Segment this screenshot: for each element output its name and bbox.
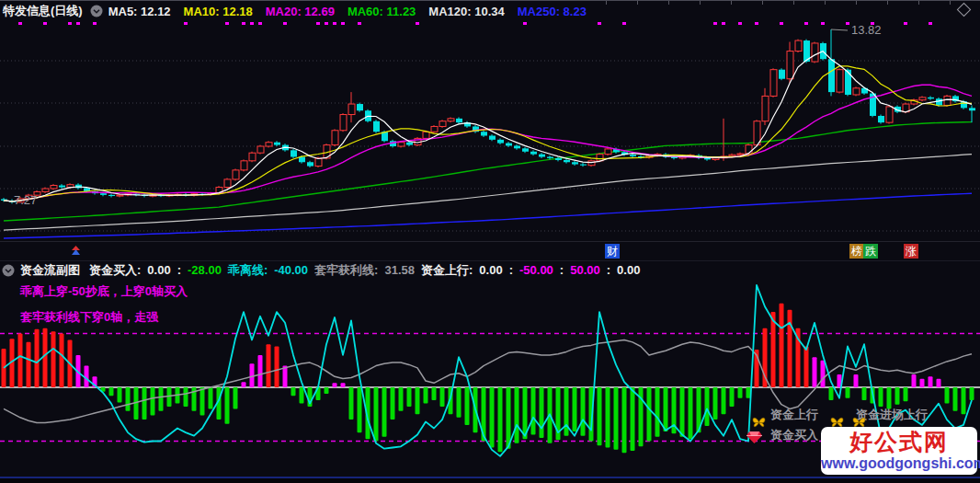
watermark: 好公式网 www.goodgongshi.com <box>821 427 977 475</box>
legend-segment: 50.00 <box>570 263 600 277</box>
high-price-label: 13.82 <box>851 23 882 37</box>
quick-badge-财[interactable]: 财 <box>605 244 620 259</box>
gem-icon <box>746 431 764 445</box>
legend-segment: 0.00 <box>617 263 640 277</box>
main-candlestick-chart[interactable] <box>0 20 980 252</box>
indicator-annotation: 套牢获利线下穿0轴，走强 <box>20 309 158 326</box>
legend-segment: -40.00 <box>274 263 308 277</box>
quick-badge-涨[interactable]: 涨 <box>904 244 918 259</box>
ma-legend: MA5: 12.12MA10: 12.18MA20: 12.69MA60: 11… <box>108 5 599 18</box>
legend-segment: -28.00 <box>188 263 222 277</box>
legend-segment: : <box>560 263 564 277</box>
ma-legend-item: MA10: 12.18 <box>184 5 253 18</box>
quick-badge-跌[interactable]: 跌 <box>863 244 878 259</box>
stock-title: 特发信息(日线) <box>3 3 83 19</box>
signal-label: 资金买入 <box>770 427 818 443</box>
sub-chart-header: 资金流副图 资金买入:0.00:-28.00乖离线:-40.00套牢获利线:31… <box>0 260 980 279</box>
legend-segment: : <box>509 263 513 277</box>
chevron-down-circle-icon[interactable] <box>90 5 103 17</box>
legend-segment: 0.00 <box>479 263 502 277</box>
bottom-strip <box>0 478 980 483</box>
quick-badge-榜[interactable]: 榜 <box>849 244 864 259</box>
ma-legend-item: MA20: 12.69 <box>266 5 335 18</box>
legend-segment: 资金买入: <box>89 263 141 277</box>
low-price-label: 7.27 <box>14 193 37 207</box>
butterfly-icon <box>751 416 767 430</box>
legend-segment: -50.00 <box>519 263 553 277</box>
watermark-url: www.goodgongshi.com <box>821 454 977 473</box>
ma-legend-item: MA250: 8.23 <box>518 5 587 18</box>
badge-row: 财榜跌涨 <box>0 241 980 261</box>
ma-legend-item: MA60: 11.23 <box>348 5 416 18</box>
legend-segment: 套牢获利线: <box>314 263 378 277</box>
indicator-annotation: 乖离上穿-50抄底，上穿0轴买入 <box>20 283 188 300</box>
ma-legend-item: MA5: 12.12 <box>108 5 171 18</box>
legend-segment: 乖离线: <box>228 263 268 277</box>
legend-segment: 31.58 <box>384 263 415 277</box>
ma-legend-item: MA120: 10.34 <box>428 5 504 18</box>
legend-segment: : <box>607 263 610 277</box>
sub-chart-title: 资金流副图 <box>20 262 80 279</box>
legend-segment: : <box>177 263 181 277</box>
legend-segment: 资金上行: <box>421 263 473 277</box>
main-chart-header: 特发信息(日线) MA5: 12.12MA10: 12.18MA20: 12.6… <box>0 2 980 20</box>
updown-arrow-marker <box>71 246 81 256</box>
trading-app-window: 特发信息(日线) MA5: 12.12MA10: 12.18MA20: 12.6… <box>0 0 980 483</box>
sub-chart-legend: 资金买入:0.00:-28.00乖离线:-40.00套牢获利线:31.58资金上… <box>89 262 646 279</box>
signal-label: 资金上行 <box>770 407 818 423</box>
watermark-title: 好公式网 <box>821 429 977 454</box>
chevron-down-circle-icon[interactable] <box>2 264 15 277</box>
legend-segment: 0.00 <box>147 263 170 277</box>
